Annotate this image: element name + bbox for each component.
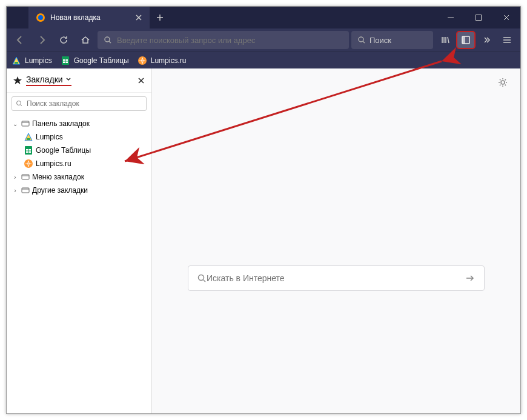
folder-icon [21, 186, 30, 195]
tree-item-label: Lumpics.ru [36, 159, 71, 168]
window-controls [437, 7, 520, 28]
folder-label: Меню закладок [32, 173, 84, 181]
bookmark-item-lumpics[interactable]: Lumpics [12, 56, 52, 65]
bookmark-label: Lumpics [25, 56, 52, 65]
folder-menu[interactable]: › Меню закладок [7, 170, 151, 184]
titlebar: Новая вкладка [7, 7, 520, 28]
bookmark-label: Google Таблицы [74, 56, 129, 65]
tree-item-lumpicsru[interactable]: Lumpics.ru [7, 157, 151, 170]
svg-rect-8 [15, 62, 18, 64]
folder-toolbar[interactable]: ⌄ Панель закладок [7, 117, 151, 130]
folder-icon [21, 119, 30, 128]
reload-button[interactable] [54, 30, 73, 50]
tree-item-lumpics[interactable]: Lumpics [7, 130, 151, 144]
sidebar-search [7, 93, 151, 115]
search-icon [16, 100, 23, 107]
svg-rect-14 [22, 121, 29, 126]
star-icon [13, 76, 22, 85]
folder-label: Другие закладки [32, 186, 88, 195]
tab-close-button[interactable] [129, 14, 142, 21]
tree-item-label: Lumpics [36, 133, 63, 141]
menu-button[interactable] [497, 30, 517, 50]
content-area: Закладки ⌄ Панель закладок [7, 68, 520, 413]
bookmark-item-sheets[interactable]: Google Таблицы [61, 56, 129, 65]
bookmark-label: Lumpics.ru [151, 56, 187, 65]
sidebar-title-dropdown[interactable]: Закладки [26, 75, 71, 86]
bookmarks-sidebar: Закладки ⌄ Панель закладок [7, 68, 152, 413]
chevron-down-icon [65, 76, 71, 82]
arrow-right-icon[interactable] [465, 273, 476, 284]
customize-gear-button[interactable] [497, 77, 508, 88]
svg-point-1 [38, 15, 43, 20]
twisty-closed-icon: › [12, 174, 19, 181]
search-placeholder: Поиск [370, 36, 391, 45]
new-tab-button[interactable] [150, 7, 170, 28]
url-input[interactable] [117, 36, 343, 45]
browser-tab[interactable]: Новая вкладка [28, 7, 150, 28]
search-icon [104, 36, 112, 44]
twisty-open-icon: ⌄ [12, 121, 19, 127]
svg-rect-16 [27, 138, 30, 140]
bookmarks-toolbar: Lumpics Google Таблицы Lumpics.ru [7, 52, 520, 68]
sidebar-search-field[interactable] [12, 96, 147, 111]
svg-point-13 [17, 101, 21, 105]
sheets-icon [24, 145, 33, 155]
lumpicsru-icon [24, 159, 33, 168]
browser-window: Новая вкладка Поиск [6, 6, 521, 414]
svg-point-4 [359, 37, 363, 42]
search-box[interactable]: Поиск [351, 31, 433, 49]
sidebar-search-input[interactable] [27, 99, 142, 108]
svg-rect-2 [476, 15, 482, 21]
svg-point-23 [199, 275, 204, 281]
sidebar-toggle-button[interactable] [456, 31, 476, 49]
url-bar[interactable] [98, 31, 349, 49]
svg-rect-21 [22, 188, 29, 193]
newtab-page [152, 68, 520, 413]
close-window-button[interactable] [492, 7, 520, 28]
lumpicsru-icon [138, 56, 147, 65]
overflow-button[interactable] [477, 30, 496, 50]
svg-marker-12 [13, 76, 22, 84]
home-button[interactable] [76, 30, 95, 50]
newtab-search-input[interactable] [207, 273, 465, 283]
library-button[interactable] [436, 30, 455, 50]
svg-point-3 [105, 37, 110, 42]
sidebar-close-button[interactable] [137, 76, 145, 85]
sidebar-title-text: Закладки [26, 75, 63, 84]
tab-title: Новая вкладка [50, 13, 101, 22]
tree-item-sheets[interactable]: Google Таблицы [7, 144, 151, 157]
lumpics-icon [24, 132, 33, 142]
tree-item-label: Google Таблицы [36, 146, 91, 155]
minimize-button[interactable] [437, 7, 465, 28]
sheets-icon [61, 56, 70, 65]
right-toolbar [436, 30, 517, 50]
twisty-closed-icon: › [12, 187, 19, 194]
folder-label: Панель закладок [32, 119, 90, 128]
svg-rect-20 [22, 175, 29, 179]
svg-point-22 [501, 81, 505, 84]
firefox-icon [36, 13, 45, 22]
tab-strip: Новая вкладка [7, 7, 170, 28]
nav-toolbar: Поиск [7, 28, 520, 52]
back-button[interactable] [10, 30, 30, 50]
svg-rect-6 [462, 36, 465, 44]
forward-button[interactable] [32, 30, 51, 50]
maximize-button[interactable] [465, 7, 492, 28]
search-icon [197, 273, 207, 283]
folder-icon [21, 173, 30, 181]
search-icon [357, 36, 366, 44]
bookmark-item-lumpicsru[interactable]: Lumpics.ru [138, 56, 187, 65]
sidebar-header: Закладки [7, 68, 151, 93]
folder-other[interactable]: › Другие закладки [7, 184, 151, 197]
newtab-search-bar[interactable] [188, 265, 485, 291]
bookmarks-tree: ⌄ Панель закладок Lumpics Google Таблицы… [7, 115, 151, 413]
lumpics-icon [12, 56, 21, 65]
